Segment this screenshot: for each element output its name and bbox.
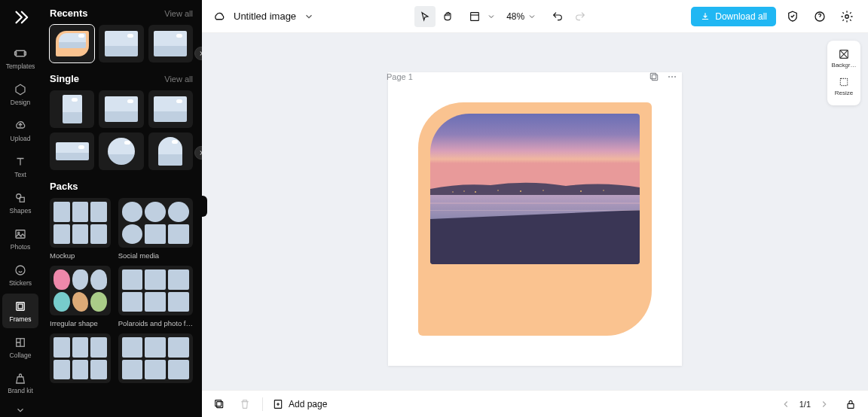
duplicate-page-icon[interactable] (648, 71, 660, 83)
frames-icon (14, 300, 27, 313)
frame-shape[interactable] (418, 102, 652, 336)
main: Untitled image 48% Download all Page 1 (202, 0, 868, 417)
rail-more[interactable] (14, 403, 27, 417)
side-tool-label: Resize (835, 90, 853, 96)
settings-icon[interactable] (836, 6, 857, 27)
single-frame-thumb[interactable] (50, 132, 94, 170)
svg-point-7 (16, 266, 25, 275)
section-recents: Recents View all (41, 0, 202, 65)
single-frame-thumb[interactable] (148, 132, 193, 170)
lock-icon[interactable] (842, 396, 859, 412)
recent-frame-thumb[interactable] (99, 25, 143, 62)
svg-rect-9 (18, 304, 23, 309)
canvas[interactable]: Page 1 (202, 33, 868, 390)
hand-tool[interactable] (437, 6, 458, 27)
pack-label: Polaroids and photo f… (118, 319, 193, 327)
pack-item[interactable]: Irregular shape (50, 266, 111, 327)
cloud-sync-icon[interactable] (212, 10, 226, 23)
artboard[interactable] (388, 72, 682, 366)
pack-item[interactable]: Polaroids and photo f… (118, 266, 193, 327)
side-tool-label: Backgr… (832, 62, 857, 68)
svg-rect-14 (652, 75, 657, 80)
resize-tool[interactable]: Resize (830, 73, 857, 101)
add-page-icon (272, 398, 284, 410)
rail-shapes[interactable]: Shapes (2, 185, 38, 220)
rail-label: Shapes (10, 207, 32, 215)
rail-label: Collage (10, 352, 32, 359)
single-frame-thumb[interactable] (99, 90, 143, 128)
pack-item[interactable]: Mockup (50, 198, 111, 260)
pack-label: Social media (118, 251, 193, 260)
nav-rail: Templates Design Upload Text Shapes Phot… (0, 0, 41, 417)
view-all-link[interactable]: View all (164, 75, 193, 84)
zoom-level[interactable]: 48% (505, 11, 526, 22)
page-more-icon[interactable] (666, 71, 678, 83)
rail-collage[interactable]: Collage (2, 330, 38, 364)
pack-label: Irregular shape (50, 319, 111, 327)
topbar: Untitled image 48% Download all (202, 0, 868, 33)
rail-templates[interactable]: Templates (2, 41, 38, 75)
help-icon[interactable] (809, 6, 830, 27)
rail-photos[interactable]: Photos (2, 221, 38, 256)
svg-point-24 (497, 190, 499, 191)
layout-tool[interactable] (464, 6, 485, 27)
svg-point-21 (452, 191, 454, 193)
page-label: Page 1 (387, 72, 413, 81)
rail-brandkit[interactable]: Brand kit (2, 366, 38, 400)
svg-point-16 (668, 76, 670, 78)
chevron-down-icon[interactable] (527, 12, 538, 21)
rail-label: Templates (6, 62, 35, 70)
svg-point-18 (674, 76, 676, 78)
svg-rect-29 (430, 202, 640, 204)
pack-item[interactable] (50, 333, 111, 383)
pack-item[interactable] (118, 333, 193, 383)
shield-icon[interactable] (782, 6, 803, 27)
pages-icon[interactable] (211, 396, 228, 412)
add-page-label: Add page (289, 399, 327, 409)
next-page[interactable] (817, 397, 832, 412)
add-page-button[interactable]: Add page (272, 398, 327, 410)
design-icon (14, 83, 27, 96)
download-label: Download all (715, 11, 767, 22)
rail-frames[interactable]: Frames (2, 294, 38, 328)
svg-rect-0 (16, 50, 25, 56)
single-frame-thumb[interactable] (99, 132, 143, 170)
undo-button[interactable] (547, 6, 568, 27)
svg-rect-11 (471, 12, 479, 20)
pack-item[interactable]: Social media (118, 198, 193, 260)
pack-label: Mockup (50, 251, 111, 260)
download-icon (700, 11, 711, 22)
chevron-down-icon[interactable] (487, 12, 497, 21)
view-all-link[interactable]: View all (164, 9, 193, 18)
resize-icon (838, 76, 850, 88)
single-frame-thumb[interactable] (148, 90, 193, 128)
rail-upload[interactable]: Upload (2, 113, 38, 148)
framed-photo[interactable] (430, 114, 640, 264)
section-title: Recents (50, 8, 88, 19)
rail-label: Frames (10, 315, 32, 323)
svg-rect-30 (430, 210, 640, 211)
svg-rect-34 (215, 400, 222, 406)
chevron-down-icon[interactable] (304, 11, 314, 22)
recent-frame-thumb[interactable] (148, 25, 193, 62)
redo-button[interactable] (570, 6, 591, 27)
recent-frame-thumb[interactable] (50, 25, 94, 62)
download-all-button[interactable]: Download all (691, 7, 776, 26)
single-frame-thumb[interactable] (50, 90, 94, 128)
prev-page[interactable] (778, 397, 793, 412)
shapes-icon (14, 191, 27, 205)
select-tool[interactable] (414, 6, 436, 27)
rail-label: Stickers (9, 279, 32, 287)
panel-collapse-handle[interactable] (201, 196, 207, 217)
trash-icon[interactable] (237, 396, 253, 412)
background-tool[interactable]: Backgr… (830, 45, 857, 73)
app-logo[interactable] (11, 8, 30, 27)
svg-point-28 (603, 190, 604, 191)
rail-stickers[interactable]: Stickers (2, 257, 38, 292)
svg-rect-33 (217, 401, 223, 407)
rail-text[interactable]: Text (2, 149, 38, 184)
doc-title[interactable]: Untitled image (234, 11, 296, 22)
rail-design[interactable]: Design (2, 77, 38, 111)
section-packs: Packs Mockup Social media Irregular shap… (41, 173, 202, 386)
svg-point-22 (463, 190, 465, 192)
